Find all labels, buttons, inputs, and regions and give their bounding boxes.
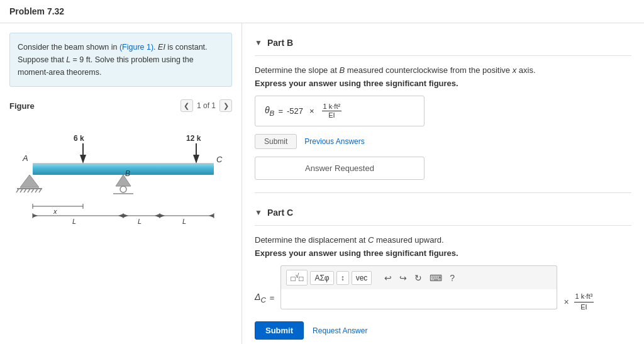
problem-title: Problem 7.32 xyxy=(9,6,64,16)
symbols-icon: ΑΣφ xyxy=(314,274,329,282)
chevron-right-icon: ❯ xyxy=(223,102,229,110)
part-c-answer-input[interactable] xyxy=(280,289,557,309)
figure-nav: ❮ 1 of 1 ❯ xyxy=(180,99,232,112)
load-12k-arrowhead xyxy=(193,155,199,164)
support-b-circle xyxy=(120,186,126,192)
part-c-section: ▼ Part C Determine the displacement at C… xyxy=(255,203,631,340)
part-b-header: ▼ Part B xyxy=(255,33,631,56)
figure-label: Figure xyxy=(9,101,35,111)
part-b-formula: θB = -527 × 1 k·ft² EI xyxy=(265,103,341,119)
theta-b-label: θB xyxy=(265,105,274,117)
redo-icon: ↪ xyxy=(399,273,407,283)
part-c-toolbar: □√□ ΑΣφ ↕ vec xyxy=(280,265,557,289)
part-c-bottom-row: Submit Request Answer xyxy=(255,321,631,340)
delta-c-label: ΔC xyxy=(255,292,266,304)
part-c-units: × 1 k·ft³ EI xyxy=(564,292,594,312)
value-display: -527 xyxy=(287,106,303,116)
chevron-left-icon: ❮ xyxy=(184,102,189,110)
equals-sign: = xyxy=(278,106,283,116)
help-icon: ? xyxy=(450,273,455,283)
problem-description: Consider the beam shown in (Figure 1). E… xyxy=(9,33,232,87)
part-c-bold-instruction: Express your answer using three signific… xyxy=(255,248,631,258)
part-b-submit-row: Submit Previous Answers xyxy=(255,134,631,149)
toolbar-vec-button[interactable]: vec xyxy=(352,271,372,285)
dim-L1-label: L xyxy=(72,218,76,225)
part-c-times: × xyxy=(564,297,569,307)
part-b-answer-box: θB = -527 × 1 k·ft² EI xyxy=(255,96,425,126)
label-b: B xyxy=(125,169,130,178)
problem-header: Problem 7.32 xyxy=(0,0,644,23)
part-c-unit-fraction: 1 k·ft³ EI xyxy=(574,292,594,312)
toolbar-undo-button[interactable]: ↩ xyxy=(382,272,394,284)
toolbar-symbols-button[interactable]: ΑΣφ xyxy=(310,271,333,285)
load-6k-label: 6 k xyxy=(74,134,84,143)
figure-header: Figure ❮ 1 of 1 ❯ xyxy=(9,96,232,118)
toolbar-help-button[interactable]: ? xyxy=(447,272,457,284)
section-divider xyxy=(255,192,631,193)
part-b-title: Part B xyxy=(267,38,293,48)
toolbar-redo-button[interactable]: ↪ xyxy=(397,272,409,284)
right-panel: ▼ Part B Determine the slope at B measur… xyxy=(242,23,644,344)
svg-marker-11 xyxy=(33,214,38,218)
toolbar-arrows-button[interactable]: ↕ xyxy=(336,271,349,285)
part-c-unit-denom: EI xyxy=(579,302,588,312)
part-b-instruction: Determine the slope at B measured counte… xyxy=(255,65,631,75)
part-c-instruction: Determine the displacement at C measured… xyxy=(255,235,631,245)
figure-section: Figure ❮ 1 of 1 ❯ xyxy=(9,96,232,228)
undo-icon: ↩ xyxy=(384,273,392,283)
times-sign: × xyxy=(309,106,314,116)
dim-L3-label: L xyxy=(182,218,186,225)
beam-body xyxy=(33,164,214,175)
nav-prev-button[interactable]: ❮ xyxy=(180,99,193,112)
support-a-triangle xyxy=(20,175,39,187)
part-c-collapse-icon[interactable]: ▼ xyxy=(255,208,262,217)
svg-marker-15 xyxy=(155,214,160,218)
request-answer-link[interactable]: Request Answer xyxy=(313,326,367,335)
unit-denom: EI xyxy=(327,111,336,119)
dim-x-label: x xyxy=(53,208,57,215)
sqrt-icon: □√□ xyxy=(291,274,303,283)
load-6k-arrowhead xyxy=(80,155,86,164)
part-c-submit-button[interactable]: Submit xyxy=(255,321,304,340)
toolbar-sqrt-button[interactable]: □√□ xyxy=(286,270,308,286)
desc-text-1: Consider the beam shown in xyxy=(18,43,119,52)
figure-link[interactable]: (Figure 1) xyxy=(119,43,153,52)
left-panel: Consider the beam shown in (Figure 1). E… xyxy=(0,23,242,344)
svg-marker-14 xyxy=(123,214,128,218)
part-c-input-area: □√□ ΑΣφ ↕ vec xyxy=(280,265,557,309)
load-12k-label: 12 k xyxy=(186,134,201,143)
part-c-title: Part C xyxy=(267,208,293,218)
part-b-section: ▼ Part B Determine the slope at B measur… xyxy=(255,33,631,180)
svg-marker-12 xyxy=(118,214,123,218)
svg-marker-18 xyxy=(209,214,214,218)
part-c-header: ▼ Part C xyxy=(255,203,631,226)
vec-icon: vec xyxy=(356,274,368,282)
refresh-icon: ↻ xyxy=(414,273,422,283)
label-c: C xyxy=(216,155,223,164)
prev-answers-link[interactable]: Previous Answers xyxy=(304,137,364,146)
nav-count: 1 of 1 xyxy=(197,101,216,110)
toolbar-keyboard-button[interactable]: ⌨ xyxy=(427,272,445,284)
part-b-submit-button[interactable]: Submit xyxy=(255,134,297,149)
part-c-equals: = xyxy=(270,293,275,302)
svg-marker-17 xyxy=(160,214,165,218)
dim-L2-label: L xyxy=(138,218,142,225)
label-a: A xyxy=(22,153,28,163)
part-c-unit-numer: 1 k·ft³ xyxy=(574,292,594,302)
part-b-collapse-icon[interactable]: ▼ xyxy=(255,38,262,47)
unit-fraction: 1 k·ft² EI xyxy=(322,103,342,119)
arrows-icon: ↕ xyxy=(341,274,345,282)
keyboard-icon: ⌨ xyxy=(430,273,442,283)
beam-diagram: A B C 6 k xyxy=(14,118,228,228)
toolbar-refresh-button[interactable]: ↻ xyxy=(412,272,425,284)
part-b-bold-instruction: Express your answer using three signific… xyxy=(255,79,631,88)
beam-svg: A B C 6 k xyxy=(14,118,228,228)
unit-numer: 1 k·ft² xyxy=(322,103,342,111)
answer-requested-box: Answer Requested xyxy=(255,157,425,180)
nav-next-button[interactable]: ❯ xyxy=(219,99,232,112)
